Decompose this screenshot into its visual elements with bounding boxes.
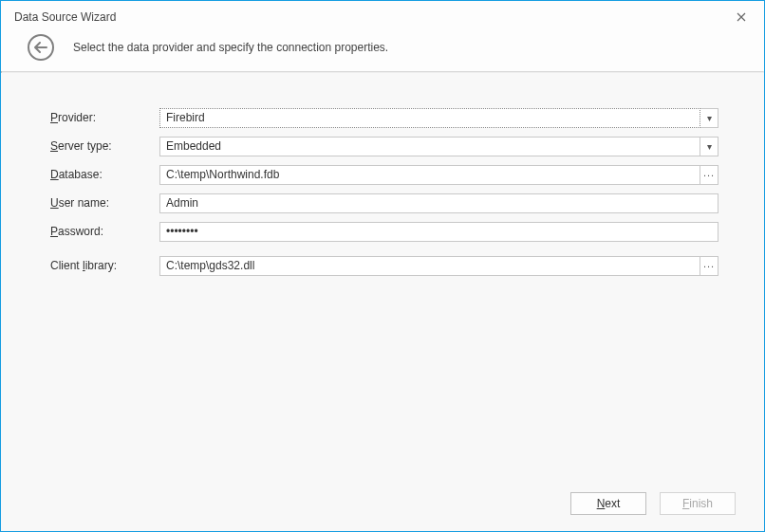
- row-server-type: Server type: ▾: [50, 136, 718, 156]
- button-bar: Next Finish: [1, 482, 764, 531]
- field-user-name: [159, 193, 718, 213]
- field-provider: ▾: [159, 108, 718, 128]
- database-browse-button[interactable]: ...: [700, 165, 718, 185]
- window-title: Data Source Wizard: [14, 10, 730, 24]
- back-arrow-icon: [34, 42, 47, 53]
- client-library-browse-button[interactable]: ...: [700, 256, 718, 276]
- label-user-name: User name:: [50, 196, 159, 210]
- ellipsis-icon: ...: [703, 167, 715, 178]
- field-database: ...: [159, 165, 718, 185]
- field-server-type: ▾: [159, 137, 718, 156]
- provider-dropdown-button[interactable]: ▾: [700, 108, 718, 128]
- next-button[interactable]: Next: [570, 492, 646, 515]
- chevron-down-icon: ▾: [707, 113, 712, 123]
- client-library-input[interactable]: [159, 256, 700, 276]
- label-server-type: Server type:: [50, 139, 159, 153]
- database-input[interactable]: [159, 165, 700, 185]
- sub-header: Select the data provider and specify the…: [1, 33, 764, 71]
- row-password: Password:: [50, 221, 718, 242]
- title-bar: Data Source Wizard: [1, 1, 764, 33]
- row-provider: Provider: ▾: [50, 107, 718, 128]
- label-database: Database:: [50, 168, 159, 181]
- ellipsis-icon: ...: [703, 258, 715, 269]
- close-icon: [737, 12, 746, 22]
- label-provider: Provider:: [50, 111, 159, 124]
- password-input[interactable]: [159, 222, 718, 242]
- field-password: [159, 222, 718, 242]
- wizard-window: Data Source Wizard Select the data provi…: [0, 0, 765, 532]
- label-password: Password:: [50, 225, 159, 238]
- field-client-library: ...: [159, 256, 718, 276]
- row-database: Database: ...: [50, 164, 718, 185]
- label-client-library: Client library:: [50, 259, 159, 272]
- row-client-library: Client library: ...: [50, 255, 718, 276]
- provider-input[interactable]: [159, 108, 700, 128]
- row-user-name: User name:: [50, 193, 718, 213]
- user-name-input[interactable]: [159, 193, 718, 213]
- chevron-down-icon: ▾: [707, 141, 712, 152]
- server-type-dropdown-button[interactable]: ▾: [700, 137, 718, 156]
- server-type-input[interactable]: [159, 137, 700, 156]
- back-button[interactable]: [28, 34, 54, 61]
- finish-button: Finish: [660, 492, 736, 515]
- instruction-text: Select the data provider and specify the…: [73, 41, 388, 54]
- form-content: Provider: ▾ Server type: ▾ Database: ...…: [1, 73, 764, 482]
- close-button[interactable]: [730, 6, 753, 28]
